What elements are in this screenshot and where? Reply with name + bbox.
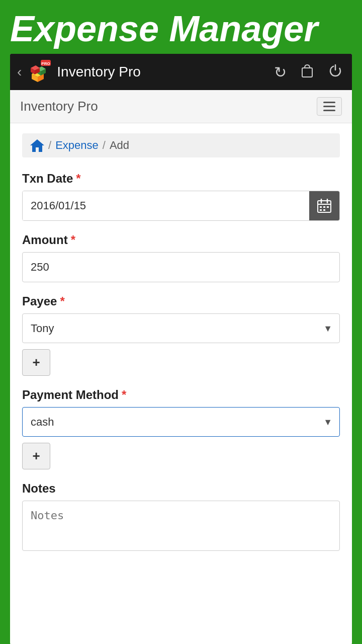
app-container: ‹ PRO Inventory Pro ↻	[10, 54, 352, 644]
hamburger-line-3	[323, 110, 335, 111]
sub-header-title: Inventory Pro	[20, 99, 98, 114]
nav-bar: ‹ PRO Inventory Pro ↻	[10, 54, 352, 90]
nav-icons: ↻	[272, 61, 345, 84]
power-icon	[328, 63, 343, 78]
notes-textarea[interactable]	[22, 501, 340, 551]
svg-text:PRO: PRO	[42, 61, 50, 66]
payee-dropdown[interactable]: Tony Other	[23, 314, 339, 343]
refresh-icon: ↻	[274, 64, 287, 80]
txn-date-field-group: Txn Date *	[22, 172, 340, 221]
svg-rect-22	[320, 209, 322, 211]
svg-rect-23	[323, 209, 325, 211]
hamburger-line-1	[323, 102, 335, 103]
breadcrumb-expense-link[interactable]: Expense	[55, 139, 99, 152]
amount-input[interactable]	[22, 252, 340, 282]
add-payment-method-button[interactable]: +	[22, 443, 50, 469]
outer-header: Expense Manager	[0, 0, 362, 54]
payee-field-group: Payee * Tony Other ▼ +	[22, 294, 340, 376]
breadcrumb-sep-2: /	[103, 139, 106, 152]
payee-label: Payee *	[22, 294, 340, 308]
amount-required: *	[71, 233, 75, 247]
nav-app-title: Inventory Pro	[57, 64, 272, 80]
add-payee-button[interactable]: +	[22, 349, 50, 376]
power-button[interactable]	[326, 61, 345, 84]
notes-field-group: Notes	[22, 481, 340, 553]
home-icon[interactable]	[30, 138, 44, 152]
payment-required: *	[122, 388, 126, 402]
payment-method-dropdown-wrapper: cash credit card debit card ▼	[22, 407, 340, 437]
payment-method-dropdown[interactable]: cash credit card debit card	[23, 408, 339, 436]
calendar-button[interactable]	[309, 191, 339, 220]
hamburger-menu-button[interactable]	[317, 97, 342, 116]
refresh-button[interactable]: ↻	[272, 61, 289, 83]
breadcrumb: / Expense / Add	[22, 133, 340, 157]
sub-header: Inventory Pro	[10, 90, 352, 123]
hamburger-line-2	[323, 106, 335, 107]
svg-rect-21	[327, 206, 329, 208]
svg-rect-19	[320, 206, 322, 208]
payee-required: *	[60, 294, 64, 308]
notes-label: Notes	[22, 481, 340, 496]
breadcrumb-sep-1: /	[48, 139, 51, 152]
payment-method-field-group: Payment Method * cash credit card debit …	[22, 388, 340, 469]
txn-date-input[interactable]	[23, 191, 309, 220]
amount-label: Amount *	[22, 233, 340, 247]
payee-dropdown-wrapper: Tony Other ▼	[22, 313, 340, 343]
txn-date-required: *	[76, 172, 80, 186]
payment-method-label: Payment Method *	[22, 388, 340, 402]
svg-marker-14	[30, 139, 44, 152]
txn-date-wrapper	[22, 191, 340, 221]
amount-field-group: Amount *	[22, 233, 340, 282]
calendar-icon	[317, 199, 331, 213]
svg-rect-20	[323, 206, 325, 208]
play-button[interactable]	[298, 61, 317, 84]
svg-rect-11	[302, 68, 312, 77]
txn-date-label: Txn Date *	[22, 172, 340, 186]
breadcrumb-add-label: Add	[110, 139, 129, 152]
store-icon	[300, 63, 315, 78]
content-area: / Expense / Add Txn Date *	[10, 123, 352, 644]
expense-manager-title: Expense Manager	[10, 9, 352, 49]
app-icon: PRO	[27, 60, 51, 84]
back-button[interactable]: ‹	[17, 64, 22, 80]
